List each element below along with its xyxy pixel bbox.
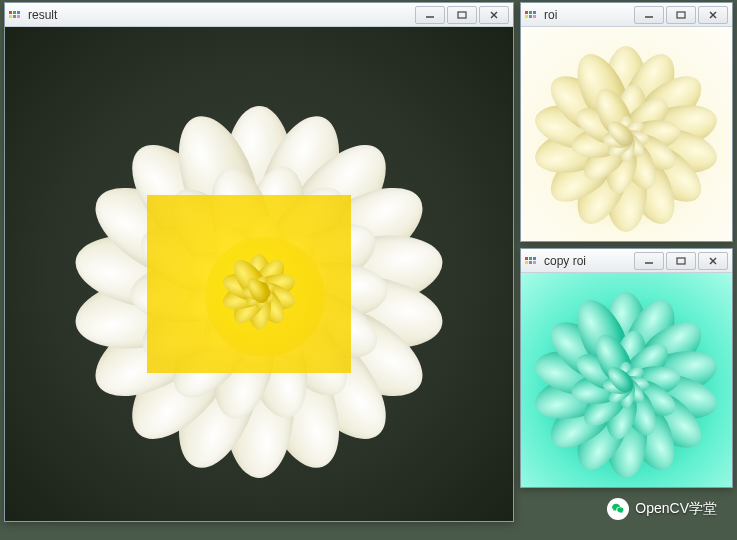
watermark: OpenCV学堂	[607, 498, 717, 520]
copy-roi-image	[521, 273, 732, 487]
svg-rect-10	[525, 11, 528, 14]
svg-rect-4	[13, 15, 16, 18]
window-roi: roi	[520, 2, 733, 242]
close-button[interactable]	[698, 252, 728, 270]
result-image	[5, 27, 513, 521]
svg-rect-17	[677, 12, 685, 18]
minimize-button[interactable]	[634, 252, 664, 270]
titlebar-copy-roi[interactable]: copy roi	[521, 249, 732, 273]
svg-rect-21	[529, 257, 532, 260]
window-controls	[632, 6, 728, 24]
window-controls	[413, 6, 509, 24]
maximize-button[interactable]	[666, 252, 696, 270]
window-title: roi	[544, 8, 632, 22]
watermark-label: OpenCV学堂	[635, 500, 717, 518]
maximize-button[interactable]	[447, 6, 477, 24]
app-icon	[9, 8, 23, 22]
titlebar-roi[interactable]: roi	[521, 3, 732, 27]
window-title: copy roi	[544, 254, 632, 268]
svg-rect-11	[529, 11, 532, 14]
svg-rect-15	[533, 15, 536, 18]
close-button[interactable]	[698, 6, 728, 24]
svg-rect-2	[17, 11, 20, 14]
svg-rect-22	[533, 257, 536, 260]
window-copy-roi: copy roi	[520, 248, 733, 488]
minimize-button[interactable]	[634, 6, 664, 24]
svg-rect-1	[13, 11, 16, 14]
window-title: result	[28, 8, 413, 22]
minimize-button[interactable]	[415, 6, 445, 24]
svg-rect-20	[525, 257, 528, 260]
titlebar-result[interactable]: result	[5, 3, 513, 27]
svg-rect-12	[533, 11, 536, 14]
window-controls	[632, 252, 728, 270]
svg-rect-13	[525, 15, 528, 18]
svg-rect-7	[458, 12, 466, 18]
app-icon	[525, 254, 539, 268]
svg-rect-0	[9, 11, 12, 14]
app-icon	[525, 8, 539, 22]
svg-rect-5	[17, 15, 20, 18]
window-result: result	[4, 2, 514, 522]
wechat-icon	[607, 498, 629, 520]
svg-rect-3	[9, 15, 12, 18]
svg-rect-24	[529, 261, 532, 264]
svg-rect-27	[677, 258, 685, 264]
maximize-button[interactable]	[666, 6, 696, 24]
svg-rect-23	[525, 261, 528, 264]
close-button[interactable]	[479, 6, 509, 24]
roi-image	[521, 27, 732, 241]
svg-rect-25	[533, 261, 536, 264]
svg-rect-14	[529, 15, 532, 18]
